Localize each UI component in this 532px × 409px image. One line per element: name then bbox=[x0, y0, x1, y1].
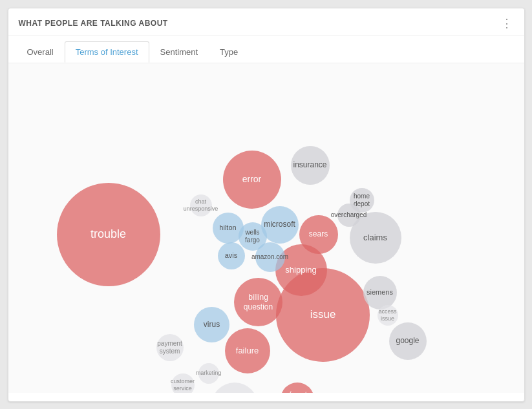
bubble-chart: troubleissueerrorshippingfailurewebsiteb… bbox=[8, 63, 524, 393]
bubble-siemens[interactable]: siemens bbox=[363, 276, 397, 309]
bubble-trouble[interactable]: trouble bbox=[57, 183, 160, 286]
bubble-overcharged[interactable]: overcharged bbox=[337, 204, 361, 227]
bubble-refuse-to-pay[interactable]: refuse to pay bbox=[281, 383, 314, 393]
bubble-insurance[interactable]: insurance bbox=[291, 146, 330, 185]
main-card: WHAT PEOPLE ARE TALKING ABOUT ⋮ OverallT… bbox=[8, 8, 525, 402]
bubble-billing-question[interactable]: billing question bbox=[234, 278, 282, 326]
card-header: WHAT PEOPLE ARE TALKING ABOUT ⋮ bbox=[8, 8, 524, 36]
tab-bar: OverallTerms of InterestSentimentType bbox=[8, 36, 524, 63]
bubble-access-issue[interactable]: access issue bbox=[378, 305, 398, 326]
card-title: WHAT PEOPLE ARE TALKING ABOUT bbox=[19, 19, 168, 28]
bubble-google[interactable]: google bbox=[389, 322, 427, 360]
bubble-virus[interactable]: virus bbox=[194, 307, 229, 342]
tab-sentiment[interactable]: Sentiment bbox=[149, 41, 209, 63]
bubble-failure[interactable]: failure bbox=[225, 328, 270, 373]
bubble-payment-system[interactable]: payment system bbox=[156, 334, 184, 361]
bubble-avis[interactable]: avis bbox=[218, 242, 245, 269]
bubble-chat-unresponsive[interactable]: chat unresponsive bbox=[190, 194, 212, 216]
bubble-website[interactable]: website bbox=[211, 383, 258, 393]
bubble-marketing[interactable]: marketing bbox=[198, 363, 219, 384]
bubble-error[interactable]: error bbox=[223, 151, 281, 209]
bubble-customer-service[interactable]: customer service bbox=[171, 373, 195, 393]
tab-type[interactable]: Type bbox=[209, 41, 249, 63]
tab-overall[interactable]: Overall bbox=[16, 41, 65, 63]
menu-icon[interactable]: ⋮ bbox=[501, 16, 514, 30]
bubble-wells-fargo[interactable]: wells fargo bbox=[239, 222, 267, 251]
tab-terms[interactable]: Terms of Interest bbox=[65, 41, 149, 63]
bubble-sears[interactable]: sears bbox=[299, 215, 338, 254]
